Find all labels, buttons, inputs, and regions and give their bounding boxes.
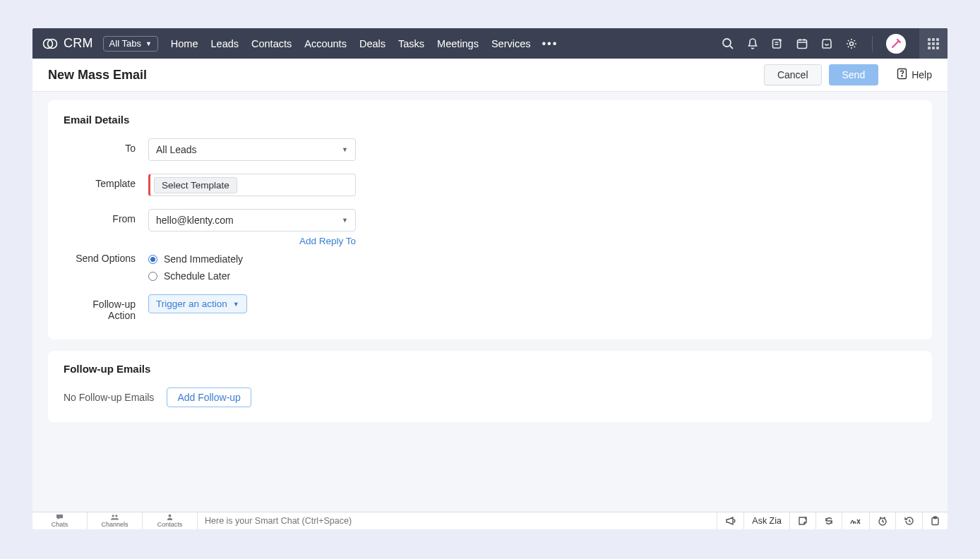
clipboard-icon[interactable] — [922, 512, 948, 529]
chevron-down-icon: ▼ — [233, 301, 239, 308]
contacts-label: Contacts — [157, 521, 183, 528]
nav-home[interactable]: Home — [171, 38, 198, 49]
apps-grid-icon[interactable] — [919, 28, 948, 59]
ask-zia-button[interactable]: Ask Zia — [743, 512, 789, 529]
svg-point-13 — [850, 42, 854, 45]
nav-contacts[interactable]: Contacts — [251, 38, 292, 49]
bell-icon[interactable] — [746, 37, 760, 51]
select-template-button[interactable]: Select Template — [154, 177, 237, 193]
tabs-selector-label: All Tabs — [109, 38, 141, 49]
trigger-action-button[interactable]: Trigger an action ▼ — [148, 294, 247, 313]
send-button[interactable]: Send — [829, 64, 879, 85]
nav-items: Home Leads Contacts Accounts Deals Tasks… — [171, 38, 531, 49]
from-select[interactable]: hello@klenty.com ▼ — [148, 209, 356, 232]
clock-icon[interactable] — [869, 512, 895, 529]
channels-label: Channels — [101, 521, 128, 528]
radio-unchecked-icon — [148, 272, 157, 281]
followup-action-label: Follow-up Action — [64, 294, 148, 321]
chevron-down-icon: ▼ — [145, 40, 152, 47]
followup-emails-title: Follow-up Emails — [64, 363, 916, 375]
send-immediately-label: Send Immediately — [164, 253, 243, 265]
nav-deals[interactable]: Deals — [359, 38, 386, 49]
followup-emails-card: Follow-up Emails No Follow-up Emails Add… — [48, 351, 932, 422]
add-note-icon[interactable] — [770, 37, 784, 51]
template-field: Select Template — [148, 174, 356, 196]
gear-icon[interactable] — [844, 37, 859, 51]
chats-label: Chats — [52, 521, 68, 528]
bottom-tab-contacts[interactable]: Contacts — [143, 512, 198, 529]
trigger-action-label: Trigger an action — [156, 299, 227, 309]
nav-more-icon[interactable]: ••• — [542, 37, 558, 50]
svg-rect-9 — [798, 40, 807, 48]
svg-point-17 — [115, 515, 117, 517]
add-followup-button[interactable]: Add Follow-up — [167, 387, 251, 407]
bottom-tab-channels[interactable]: Channels — [88, 512, 143, 529]
help-link[interactable]: Help — [897, 68, 932, 82]
no-followup-text: No Follow-up Emails — [64, 392, 154, 403]
marketplace-icon[interactable] — [820, 37, 834, 51]
svg-point-18 — [169, 515, 172, 517]
calendar-icon[interactable] — [795, 37, 809, 51]
smart-chat-input[interactable] — [198, 512, 717, 529]
sticky-note-icon[interactable] — [789, 512, 815, 529]
crm-logo-icon — [42, 38, 58, 49]
template-label: Template — [64, 174, 148, 189]
user-avatar[interactable] — [886, 34, 906, 54]
to-select[interactable]: All Leads ▼ — [148, 138, 356, 161]
svg-line-3 — [730, 46, 733, 49]
history-icon[interactable] — [895, 512, 922, 529]
page-title: New Mass Email — [48, 68, 147, 83]
announce-icon[interactable] — [717, 512, 743, 529]
chevron-down-icon: ▼ — [342, 146, 348, 153]
nav-leads[interactable]: Leads — [211, 38, 239, 49]
signature-icon[interactable] — [842, 512, 869, 529]
bottom-bar: Chats Channels Contacts Ask Zia — [32, 512, 948, 529]
to-label: To — [64, 138, 148, 154]
nav-meetings[interactable]: Meetings — [437, 38, 479, 49]
radio-send-immediately[interactable]: Send Immediately — [148, 253, 356, 265]
svg-point-15 — [902, 76, 902, 76]
top-nav: CRM All Tabs ▼ Home Leads Contacts Accou… — [32, 28, 948, 59]
to-value: All Leads — [156, 144, 197, 155]
sync-icon[interactable] — [815, 512, 842, 529]
from-label: From — [64, 209, 148, 224]
email-details-title: Email Details — [64, 114, 916, 126]
from-value: hello@klenty.com — [156, 215, 234, 226]
svg-point-16 — [112, 515, 114, 517]
help-icon — [897, 68, 907, 82]
email-details-card: Email Details To All Leads ▼ Template Se… — [48, 100, 932, 339]
schedule-later-label: Schedule Later — [164, 270, 230, 282]
page-header: New Mass Email Cancel Send Help — [32, 59, 948, 92]
bottom-tab-chats[interactable]: Chats — [32, 512, 88, 529]
radio-checked-icon — [148, 255, 157, 264]
send-options-label: Send Options — [64, 251, 148, 264]
svg-point-2 — [723, 39, 731, 47]
brand-name: CRM — [64, 36, 93, 51]
cancel-button[interactable]: Cancel — [764, 64, 822, 85]
help-label: Help — [912, 69, 932, 80]
vertical-divider — [872, 36, 873, 52]
add-reply-to-link[interactable]: Add Reply To — [299, 236, 356, 246]
nav-accounts[interactable]: Accounts — [304, 38, 347, 49]
nav-services[interactable]: Services — [491, 38, 531, 49]
nav-tasks[interactable]: Tasks — [398, 38, 424, 49]
search-icon[interactable] — [721, 37, 735, 51]
tabs-selector[interactable]: All Tabs ▼ — [103, 36, 158, 52]
radio-schedule-later[interactable]: Schedule Later — [148, 270, 356, 282]
chevron-down-icon: ▼ — [342, 217, 348, 224]
